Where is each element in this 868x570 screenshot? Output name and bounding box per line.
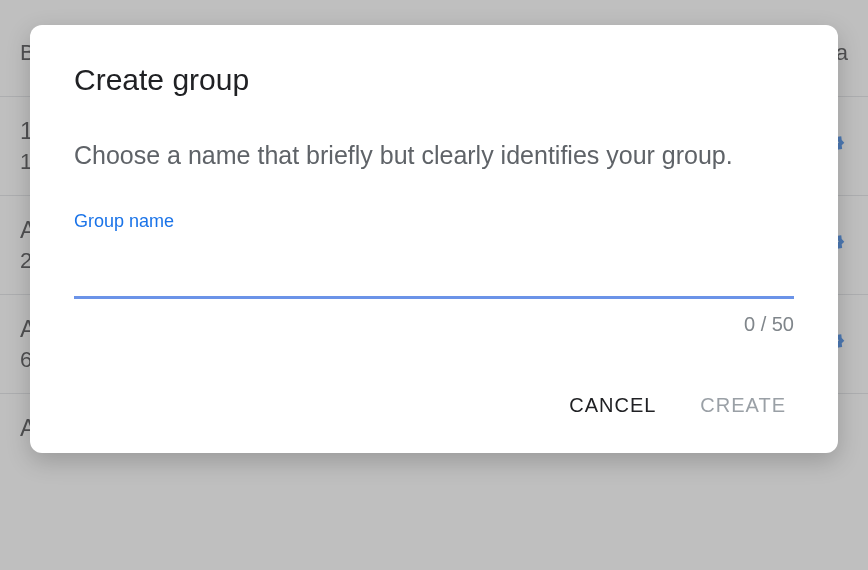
modal-overlay: Create group Choose a name that briefly … [0, 0, 868, 570]
create-button[interactable]: CREATE [696, 386, 790, 425]
character-counter: 0 / 50 [74, 313, 794, 336]
group-name-label: Group name [74, 211, 794, 232]
create-group-dialog: Create group Choose a name that briefly … [30, 25, 838, 453]
dialog-description: Choose a name that briefly but clearly i… [74, 135, 794, 175]
dialog-title: Create group [74, 63, 794, 97]
group-name-input[interactable] [74, 240, 794, 299]
dialog-actions: CANCEL CREATE [74, 386, 794, 425]
cancel-button[interactable]: CANCEL [565, 386, 660, 425]
